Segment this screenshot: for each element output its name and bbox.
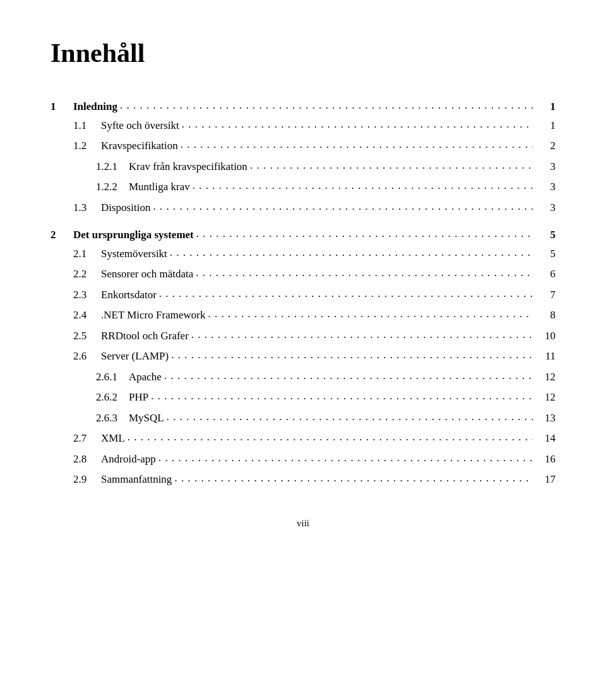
toc-entry-page: 16 — [535, 451, 556, 468]
toc-entry-dots — [151, 388, 533, 404]
toc-entry-title: Krav från kravspecifikation — [129, 159, 247, 175]
toc-chapter-dots — [120, 97, 533, 114]
toc-entry-page: 12 — [535, 389, 556, 406]
toc-entry-dots — [174, 470, 533, 486]
toc-entry-dots — [181, 136, 533, 153]
toc-entry-dots — [208, 306, 533, 322]
toc-entry: 1.2.2Muntliga krav3 — [50, 179, 556, 195]
toc-entry-dots — [153, 198, 533, 215]
toc-entry: 2.6.2PHP12 — [50, 389, 556, 406]
toc-entry-num: 1.2.2 — [96, 179, 129, 195]
toc-entry-num: 2.1 — [73, 246, 101, 262]
toc-entry-num: 2.7 — [73, 430, 101, 447]
toc-entry-title: MySQL — [129, 410, 164, 426]
toc-entry-page: 14 — [535, 430, 556, 447]
toc-entry-num: 2.3 — [73, 287, 101, 303]
toc-entry-num: 2.2 — [73, 266, 101, 282]
toc-entry-page: 11 — [535, 348, 556, 365]
toc-entry-page: 3 — [535, 159, 556, 175]
page-footer: viii — [50, 518, 556, 529]
toc-entry: 2.5RRDtool och Grafer10 — [50, 328, 556, 344]
toc-entry-title: Syfte och översikt — [101, 118, 179, 134]
toc-entry-dots — [250, 157, 533, 174]
toc-entry-page: 3 — [535, 179, 556, 195]
toc-entry: 2.1Systemöversikt5 — [50, 246, 556, 262]
toc-entry-page: 6 — [535, 266, 556, 282]
toc-entry-dots — [170, 244, 533, 261]
toc-entry-num: 2.6.1 — [96, 369, 129, 385]
toc-entry: 1.1Syfte och översikt1 — [50, 118, 556, 134]
toc-chapter-page: 1 — [535, 99, 556, 115]
toc-entry-title: PHP — [129, 389, 148, 406]
toc-entry-num: 2.6.3 — [96, 410, 129, 426]
toc-entry-page: 8 — [535, 307, 556, 323]
page-title: Innehåll — [50, 38, 556, 68]
toc-entry-title: Sensorer och mätdata — [101, 266, 193, 282]
toc-entry-dots — [193, 178, 533, 194]
toc-entry: 2.6Server (LAMP)11 — [50, 348, 556, 365]
toc-entry-num: 1.2 — [73, 138, 101, 154]
toc-entry-page: 2 — [535, 138, 556, 154]
toc-entry-title: Enkortsdator — [101, 287, 157, 303]
toc-entry: 2.2Sensorer och mätdata6 — [50, 266, 556, 282]
toc-entry-num: 2.4 — [73, 307, 101, 323]
toc-entry-num: 2.6 — [73, 348, 101, 365]
toc-entry-page: 10 — [535, 328, 556, 344]
toc-entry: 1.3Disposition3 — [50, 200, 556, 216]
toc-entry-page: 13 — [535, 410, 556, 426]
toc-entry: 2.4.NET Micro Framework8 — [50, 307, 556, 323]
toc-entry-dots — [191, 327, 533, 343]
toc-entry: 1.2.1Krav från kravspecifikation3 — [50, 159, 556, 175]
toc-entry-title: Android-app — [101, 451, 156, 468]
toc-entry-title: Kravspecifikation — [101, 138, 178, 154]
toc-entry-dots — [196, 265, 533, 281]
toc-entry-page: 17 — [535, 471, 556, 488]
toc-entry: 2.3Enkortsdator7 — [50, 287, 556, 303]
toc-chapter-header: 1Inledning1 — [50, 99, 556, 115]
toc-chapter-dots — [196, 226, 533, 242]
toc-chapter-page: 5 — [535, 227, 556, 243]
toc-entry-num: 1.3 — [73, 200, 101, 216]
toc-entry-dots — [171, 347, 533, 363]
toc-entry: 1.2Kravspecifikation2 — [50, 138, 556, 154]
toc-chapter-num: 1 — [50, 99, 73, 115]
toc-entry-num: 1.2.1 — [96, 159, 129, 175]
toc-container: 1Inledning11.1Syfte och översikt11.2Krav… — [50, 99, 556, 488]
toc-entry-dots — [159, 286, 533, 302]
toc-entry-dots — [182, 116, 533, 133]
toc-entry-page: 1 — [535, 118, 556, 134]
toc-entry-page: 7 — [535, 287, 556, 303]
toc-entry-title: XML — [101, 430, 125, 447]
toc-chapter-title: Det ursprungliga systemet — [73, 227, 194, 243]
toc-entry-title: Systemöversikt — [101, 246, 167, 262]
toc-entry-num: 2.9 — [73, 471, 101, 488]
toc-entry: 2.6.1Apache12 — [50, 369, 556, 385]
toc-entry-num: 1.1 — [73, 118, 101, 134]
toc-entry-title: RRDtool och Grafer — [101, 328, 189, 344]
toc-entry: 2.6.3MySQL13 — [50, 410, 556, 426]
toc-chapter-title: Inledning — [73, 99, 117, 115]
toc-chapter-header: 2Det ursprungliga systemet5 — [50, 227, 556, 243]
toc-entry-title: Server (LAMP) — [101, 348, 169, 365]
toc-entry-num: 2.8 — [73, 451, 101, 468]
toc-chapter-num: 2 — [50, 227, 73, 243]
toc-entry-num: 2.5 — [73, 328, 101, 344]
toc-entry-title: Apache — [129, 369, 162, 385]
toc-entry: 2.9Sammanfattning17 — [50, 471, 556, 488]
toc-entry-title: Sammanfattning — [101, 471, 172, 488]
toc-entry-dots — [164, 368, 533, 384]
toc-entry-dots — [158, 450, 533, 466]
toc-entry: 2.7XML14 — [50, 430, 556, 447]
toc-entry-page: 12 — [535, 369, 556, 385]
toc-entry-page: 5 — [535, 246, 556, 262]
toc-entry-num: 2.6.2 — [96, 389, 129, 406]
toc-entry-page: 3 — [535, 200, 556, 216]
toc-entry-title: Muntliga krav — [129, 179, 190, 195]
toc-entry: 2.8Android-app16 — [50, 451, 556, 468]
toc-entry-dots — [167, 409, 533, 425]
toc-entry-title: Disposition — [101, 200, 150, 216]
toc-entry-title: .NET Micro Framework — [101, 307, 205, 323]
toc-entry-dots — [128, 429, 533, 445]
